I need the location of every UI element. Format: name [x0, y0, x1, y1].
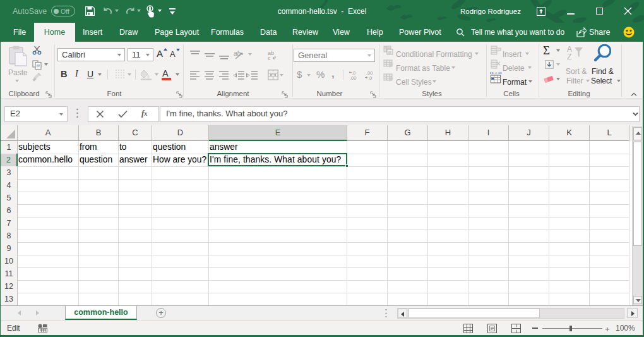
svg-text:.00: .00: [350, 75, 356, 80]
svg-text:c: c: [268, 55, 271, 60]
svg-text:Z: Z: [567, 52, 571, 61]
svg-text:.0: .0: [368, 75, 372, 80]
svg-text:ab: ab: [234, 50, 241, 57]
